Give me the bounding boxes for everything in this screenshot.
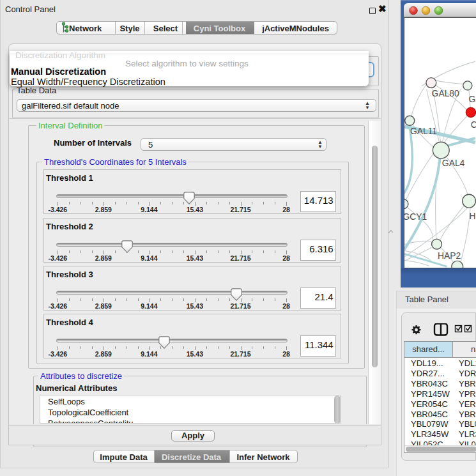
svg-text:GA: GA xyxy=(469,94,476,104)
svg-text:GCY1: GCY1 xyxy=(404,211,427,222)
svg-text:C: C xyxy=(471,119,476,130)
svg-text:GAL11: GAL11 xyxy=(410,126,437,136)
svg-text:HAP2: HAP2 xyxy=(438,250,461,261)
svg-text:GAL80: GAL80 xyxy=(432,88,459,98)
svg-text:GAL4: GAL4 xyxy=(442,158,465,168)
svg-text:H: H xyxy=(470,211,476,221)
